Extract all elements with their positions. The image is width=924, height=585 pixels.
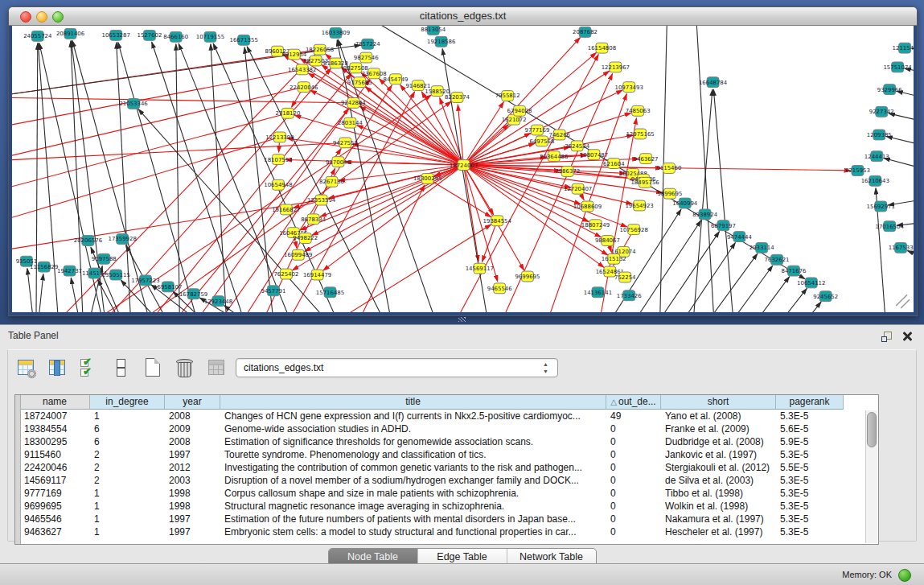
graph-node[interactable]: 15692971 (867, 201, 895, 212)
graph-edge[interactable] (359, 106, 458, 162)
graph-edge[interactable] (152, 42, 252, 312)
graph-node[interactable]: 10973493 (615, 82, 643, 93)
cell-in_degree[interactable]: 6 (90, 422, 165, 435)
cell-pagerank[interactable]: 5.3E-5 (776, 410, 844, 422)
close-panel-icon[interactable] (901, 331, 913, 342)
graph-node[interactable]: 3624534 (565, 141, 590, 151)
graph-node[interactable]: 12720407 (564, 183, 592, 194)
cell-year[interactable]: 1997 (165, 448, 220, 461)
graph-node[interactable]: 24055724 (23, 31, 52, 41)
cell-short[interactable]: Yano et al. (2008) (661, 410, 776, 422)
graph-edge[interactable] (713, 89, 735, 312)
graph-node[interactable]: 7485063 (626, 105, 651, 116)
graph-node[interactable]: 9457791 (261, 286, 286, 296)
cell-name[interactable]: 9115460 (20, 448, 90, 461)
cell-name[interactable]: 9465546 (20, 513, 90, 525)
table-row[interactable]: 1830029562008Estimation of significance … (20, 435, 865, 448)
cell-year[interactable]: 1997 (165, 525, 220, 538)
graph-edge[interactable] (292, 92, 302, 107)
graph-edge[interactable] (300, 225, 491, 312)
new-document-icon[interactable] (142, 356, 164, 379)
cell-pagerank[interactable]: 5.3E-5 (776, 448, 844, 461)
graph-edge[interactable] (643, 232, 719, 312)
cell-title[interactable]: Investigating the contribution of common… (220, 461, 606, 474)
graph-node[interactable]: 19654923 (625, 200, 653, 211)
graph-node[interactable]: 18807249 (581, 220, 610, 230)
graph-node[interactable]: 16648784 (699, 77, 728, 88)
graph-edge[interactable] (27, 269, 36, 312)
cell-in_degree[interactable]: 1 (90, 410, 165, 422)
graph-node[interactable]: 9884067 (595, 236, 620, 246)
cell-year[interactable]: 1998 (165, 487, 220, 500)
cell-title[interactable]: Estimation of the future numbers of pati… (220, 513, 606, 525)
graph-node[interactable]: 18226058 (306, 44, 334, 55)
graph-node[interactable]: 6879197 (711, 220, 736, 231)
graph-edge[interactable] (36, 43, 38, 312)
graph-node[interactable]: 1211548 (893, 43, 914, 53)
graph-node[interactable]: 8938924 (692, 209, 718, 220)
graph-node[interactable]: 16154808 (588, 43, 616, 53)
network-window-titlebar[interactable]: citations_edges.txt (9, 7, 917, 26)
cell-out_de[interactable]: 0 (606, 474, 661, 487)
graph-node[interactable]: 9227342 (869, 106, 894, 117)
cell-in_degree[interactable]: 2 (90, 448, 165, 461)
cell-short[interactable]: Stergiakouli et al. (2012) (661, 461, 776, 474)
table-row[interactable]: 946554611997Estimation of the future num… (20, 513, 865, 525)
delete-trash-icon[interactable] (173, 356, 195, 379)
column-header-title[interactable]: title (220, 395, 606, 410)
cell-in_degree[interactable]: 1 (90, 513, 165, 525)
table-row[interactable]: 1938455462009Genome-wide association stu… (20, 422, 865, 435)
cell-title[interactable]: Genome-wide association studies in ADHD. (220, 422, 606, 435)
graph-node[interactable]: 20206576 (74, 236, 102, 246)
citation-network-graph[interactable]: 1872400789601238912954182260589827503165… (12, 26, 914, 312)
cell-name[interactable]: 9699695 (20, 500, 90, 513)
cell-title[interactable]: Estimation of significance thresholds fo… (220, 435, 606, 448)
cell-out_de[interactable]: 0 (606, 513, 661, 525)
graph-node[interactable]: 10654112 (797, 278, 825, 288)
cell-year[interactable]: 2008 (165, 435, 220, 448)
row-options-icon[interactable] (109, 356, 132, 379)
cell-out_de[interactable]: 0 (606, 435, 661, 448)
graph-edge[interactable] (467, 38, 580, 161)
cell-title[interactable]: Structural magnetic resonance image aver… (220, 500, 606, 513)
table-row[interactable]: 977716911998Corpus callosum shape and si… (20, 487, 865, 500)
graph-node[interactable]: 12975165 (626, 129, 654, 139)
cell-short[interactable]: Jankovic et al. (1997) (661, 448, 776, 461)
cell-year[interactable]: 1998 (165, 500, 220, 513)
cell-short[interactable]: Wolkin et al. (1998) (661, 500, 776, 513)
table-row[interactable]: 946362711997Embryonic stem cells: a mode… (20, 525, 865, 538)
graph-node[interactable]: 18107554 (264, 154, 293, 165)
cell-name[interactable]: 22420046 (20, 461, 90, 474)
cell-in_degree[interactable]: 6 (90, 435, 165, 448)
graph-node[interactable]: 16671355 (230, 35, 258, 45)
cell-title[interactable]: Embryonic stem cells: a model to study s… (220, 525, 606, 538)
graph-node[interactable]: 1640994 (672, 198, 698, 208)
graph-node[interactable]: 7857224 (355, 39, 381, 49)
cell-name[interactable]: 9463627 (20, 525, 90, 538)
graph-edge[interactable] (763, 288, 807, 312)
graph-node[interactable]: 1209385 (867, 130, 892, 140)
cell-pagerank[interactable]: 5.3E-5 (776, 525, 844, 538)
graph-node[interactable]: 20364486 (540, 151, 568, 162)
column-header-short[interactable]: short (661, 395, 776, 410)
cell-out_de[interactable]: 0 (606, 422, 661, 435)
cell-out_de[interactable]: 49 (606, 410, 661, 422)
cell-year[interactable]: 2003 (165, 474, 220, 487)
graph-node[interactable]: 8267130 (319, 176, 344, 187)
graph-node[interactable]: 1942737 (57, 266, 82, 276)
cell-name[interactable]: 9777169 (20, 487, 90, 500)
graph-node[interactable]: 16210643 (861, 175, 889, 186)
graph-node[interactable]: 9827546 (354, 52, 379, 63)
graph-edge[interactable] (36, 274, 43, 312)
graph-edge[interactable] (884, 158, 914, 172)
table-row[interactable]: 969969511998Structural magnetic resonanc… (20, 500, 865, 513)
graph-node[interactable]: 2718120 (275, 108, 300, 118)
cell-in_degree[interactable]: 2 (90, 461, 165, 474)
cell-short[interactable]: Tibbo et al. (1998) (661, 487, 776, 500)
graph-node[interactable]: 9465546 (487, 283, 512, 294)
graph-node[interactable]: 7986372 (555, 167, 580, 177)
cell-pagerank[interactable]: 5.9E-5 (776, 435, 844, 448)
graph-node[interactable]: 15716485 (316, 287, 344, 298)
graph-edge[interactable] (465, 171, 478, 262)
table-settings-icon[interactable] (14, 356, 37, 379)
